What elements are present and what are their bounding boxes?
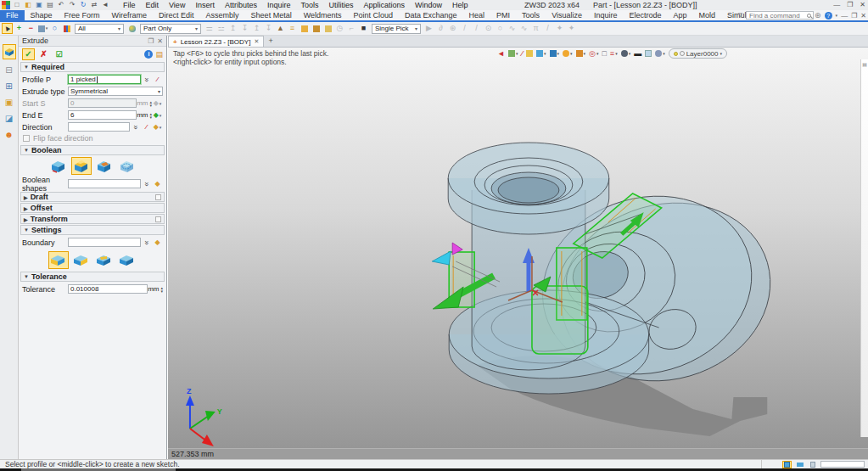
- boolean-shapes-pick-icon[interactable]: ◆: [152, 179, 163, 189]
- end-offset-icon[interactable]: ◆▾: [152, 110, 163, 121]
- boolean-intersect-button[interactable]: [117, 157, 137, 175]
- layer-state-icon[interactable]: [680, 51, 685, 56]
- curve-pi-icon[interactable]: π: [530, 23, 541, 34]
- boundary-to-face-button[interactable]: [71, 251, 92, 269]
- scope-globe-icon[interactable]: [126, 23, 137, 34]
- spline-icon[interactable]: ∿: [518, 23, 529, 34]
- save-icon[interactable]: ▣: [35, 1, 43, 9]
- ribbon-tab-assembly[interactable]: Assembly: [200, 10, 245, 20]
- print-icon[interactable]: ▤: [46, 1, 54, 9]
- tab-close-icon[interactable]: ✕: [254, 38, 259, 45]
- panel-dock-icon[interactable]: ❐: [148, 37, 154, 45]
- doc-minimize-icon[interactable]: —: [841, 12, 848, 20]
- ribbon-tab-visualize[interactable]: Visualize: [546, 10, 588, 20]
- boolean-remove-button[interactable]: [94, 157, 115, 175]
- redo-icon[interactable]: ↷: [68, 1, 76, 9]
- section-view-icon[interactable]: ≡▾: [610, 49, 618, 59]
- constraint1-icon[interactable]: ↥: [227, 23, 238, 34]
- new-file-icon[interactable]: □: [13, 1, 21, 9]
- heal-icon[interactable]: ▾: [508, 49, 518, 59]
- target-icon[interactable]: ◎▾: [589, 49, 598, 59]
- point-icon[interactable]: ⊛: [447, 23, 458, 34]
- align-bottom-icon[interactable]: ⚍: [216, 23, 227, 34]
- resume-pick-icon[interactable]: ⁄: [152, 75, 163, 85]
- sketch-line-icon[interactable]: /: [542, 23, 553, 34]
- pencil-icon[interactable]: ⁄: [521, 49, 523, 59]
- collapse-icon[interactable]: ◄: [101, 1, 109, 9]
- line-icon[interactable]: /: [459, 23, 470, 34]
- ribbon-tab-wireframe[interactable]: Wireframe: [106, 10, 154, 20]
- visual-manager-icon[interactable]: ◪: [3, 112, 16, 124]
- graphics-canvas[interactable]: Z Y X Tap <F6> to cycle thru picks behin…: [168, 48, 868, 448]
- ribbon-tab-inquire[interactable]: Inquire: [588, 10, 624, 20]
- ribbon-tab-direct-edit[interactable]: Direct Edit: [153, 10, 200, 20]
- section-tolerance[interactable]: ▼Tolerance: [20, 272, 165, 282]
- blank-display-icon[interactable]: ■: [358, 23, 369, 34]
- menu-window[interactable]: Window: [410, 0, 447, 10]
- boundary-expand-icon[interactable]: »: [141, 238, 152, 248]
- ribbon-tab-mold[interactable]: Mold: [693, 10, 722, 20]
- blue-swatch-icon[interactable]: [645, 50, 652, 57]
- regen-icon[interactable]: ↻: [79, 1, 87, 9]
- ribbon-tab-tools[interactable]: Tools: [516, 10, 546, 20]
- tolerance-input[interactable]: 0.010008: [68, 284, 148, 294]
- menu-attributes[interactable]: Attributes: [220, 0, 262, 10]
- help-dropdown-icon[interactable]: ▾: [836, 13, 838, 18]
- zoom-frame-icon[interactable]: □: [602, 49, 606, 59]
- boolean-add-button[interactable]: [71, 157, 92, 175]
- transform-checkbox[interactable]: [155, 216, 161, 222]
- ribbon-tab-pmi[interactable]: PMI: [490, 10, 516, 20]
- doc-close-icon[interactable]: ✕: [860, 12, 866, 20]
- circle-icon[interactable]: ○: [495, 23, 506, 34]
- end-input[interactable]: 6: [68, 110, 137, 120]
- drag2-icon[interactable]: ✦: [566, 23, 577, 34]
- loop-select-icon[interactable]: ○: [49, 23, 60, 34]
- chain-icon[interactable]: ∂: [435, 23, 446, 34]
- boolean-shapes-input[interactable]: [68, 179, 141, 188]
- background-icon[interactable]: ▾: [621, 49, 631, 59]
- document-tab[interactable]: + Lesson 22.Z3 - [BODY] ✕: [168, 36, 264, 47]
- panel-close-icon[interactable]: ✕: [157, 37, 163, 45]
- pick-filter-icon[interactable]: ▾: [37, 23, 48, 34]
- model-3d[interactable]: Z Y X: [168, 48, 868, 448]
- customize-icon[interactable]: ⇄: [90, 1, 98, 9]
- boolean-base-button[interactable]: [48, 157, 69, 175]
- boundary-trim-button[interactable]: [94, 251, 115, 269]
- section-transform[interactable]: ▶Transform: [20, 214, 165, 224]
- display-monitor-icon[interactable]: [795, 461, 804, 468]
- visibility-eye-icon[interactable]: ▾: [655, 49, 665, 59]
- direction-input[interactable]: [68, 122, 130, 132]
- menu-inquire[interactable]: Inquire: [262, 0, 296, 10]
- menu-view[interactable]: View: [164, 0, 190, 10]
- cancel-button[interactable]: ✗: [37, 48, 50, 60]
- menu-help[interactable]: Help: [447, 0, 473, 10]
- open-file-icon[interactable]: ◧: [24, 1, 32, 9]
- camera-icon[interactable]: ▾: [576, 49, 586, 59]
- shade-mode-icon[interactable]: ▾: [536, 49, 546, 59]
- menu-applications[interactable]: Applications: [359, 0, 411, 10]
- black-swatch-icon[interactable]: ▬: [634, 49, 641, 59]
- close-button[interactable]: ✕: [860, 0, 865, 10]
- pick-mode-dropdown[interactable]: Single Pick▾: [372, 24, 421, 34]
- file-info-icon[interactable]: [808, 461, 817, 468]
- view-manager-icon[interactable]: ▣: [3, 96, 16, 108]
- section-settings[interactable]: ▼Settings: [20, 225, 165, 235]
- menu-utilities[interactable]: Utilities: [323, 0, 358, 10]
- direction-pick-icon[interactable]: ◆▾: [152, 122, 163, 132]
- section-draft[interactable]: ▶Draft: [20, 192, 165, 202]
- ribbon-tab-free-form[interactable]: Free Form: [59, 10, 106, 20]
- history-manager-icon[interactable]: ⊟: [3, 64, 16, 76]
- tolerance-spinner[interactable]: ▴▾: [160, 286, 163, 293]
- arc-icon[interactable]: ∿: [507, 23, 518, 34]
- ribbon-tab-shape[interactable]: Shape: [25, 10, 59, 20]
- ribbon-tab-file[interactable]: File: [0, 10, 25, 20]
- profile-input[interactable]: 1 picked: [68, 75, 141, 84]
- boolean-shapes-expand-icon[interactable]: »: [141, 179, 152, 189]
- layers-icon[interactable]: ≡: [287, 23, 298, 34]
- circle-center-icon[interactable]: ⊙: [483, 23, 494, 34]
- minimize-button[interactable]: —: [833, 0, 840, 10]
- polyline-icon[interactable]: /: [471, 23, 482, 34]
- manager-toggle-icon[interactable]: [782, 461, 792, 468]
- notes-icon[interactable]: ▤: [155, 50, 163, 59]
- undo-icon[interactable]: ↶: [57, 1, 65, 9]
